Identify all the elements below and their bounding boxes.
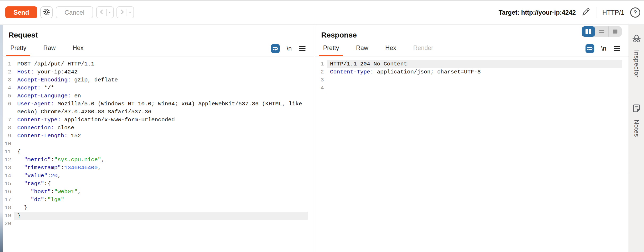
show-newlines-toggle[interactable]: \n — [601, 45, 606, 52]
line-number: 20 — [3, 220, 14, 228]
editor-line[interactable]: Gecko) Chrome/87.0.4280.88 Safari/537.36 — [3, 108, 314, 116]
notes-rail-tab[interactable]: Notes — [629, 104, 644, 137]
rail-divider — [629, 174, 644, 174]
show-newlines-toggle[interactable]: \n — [287, 45, 292, 52]
chevron-down-icon — [129, 12, 131, 13]
send-button[interactable]: Send — [5, 6, 37, 18]
toolbar-right: Target: http://your-ip:4242 HTTP/1 ? — [499, 1, 640, 24]
response-editor[interactable]: 1HTTP/1.1 204 No Content2Content-Type: a… — [315, 56, 629, 252]
line-content: "host":"web01", — [14, 188, 308, 196]
line-number: 12 — [3, 156, 14, 164]
editor-line[interactable]: 19} — [3, 212, 314, 220]
line-number: 2 — [3, 68, 14, 76]
line-number: 18 — [3, 204, 14, 212]
editor-line[interactable]: 1POST /api/put/ HTTP/1.1 — [3, 60, 314, 68]
previous-request-button[interactable] — [96, 6, 114, 18]
response-tab-hex[interactable]: Hex — [381, 44, 400, 56]
layout-columns-button[interactable] — [582, 26, 595, 37]
repeater-window: Send Cancel Target: ht — [0, 0, 644, 252]
line-content: Content-Type: application/json; charset=… — [327, 68, 622, 76]
editor-line[interactable]: 16 "host":"web01", — [3, 188, 314, 196]
request-editor[interactable]: 1POST /api/put/ HTTP/1.12Host: your-ip:4… — [3, 56, 314, 252]
line-content: "tags":{ — [14, 180, 308, 188]
window-edge-strip — [0, 25, 3, 252]
request-editor-tools: \n — [271, 44, 306, 53]
line-number — [3, 108, 14, 116]
pencil-icon — [581, 7, 591, 18]
word-wrap-toggle-icon[interactable] — [586, 44, 594, 53]
help-icon[interactable]: ? — [630, 7, 640, 18]
line-content: Content-Type: application/x-www-form-url… — [14, 116, 308, 124]
http-version-selector[interactable]: HTTP/1 — [601, 9, 625, 16]
divider — [596, 7, 596, 18]
editor-line[interactable]: 3 — [315, 76, 629, 84]
toolbar: Send Cancel Target: ht — [0, 1, 644, 24]
editor-line[interactable]: 15 "tags":{ — [3, 180, 314, 188]
editor-line[interactable]: 20 — [3, 220, 314, 228]
line-number: 14 — [3, 172, 14, 180]
next-request-button[interactable] — [116, 6, 134, 18]
line-number: 8 — [3, 124, 14, 132]
editor-line[interactable]: 4 — [315, 84, 629, 92]
inspector-rail-tab[interactable]: Inspector — [629, 34, 644, 78]
line-number: 3 — [3, 76, 14, 84]
line-content: Host: your-ip:4242 — [14, 68, 308, 76]
line-content: "timestamp":1346846400, — [14, 164, 308, 172]
request-panel: Request Pretty Raw Hex \n — [3, 25, 314, 252]
editor-line[interactable]: 5Accept-Language: en — [3, 92, 314, 100]
send-settings-button[interactable] — [40, 6, 53, 18]
editor-line[interactable]: 7Content-Type: application/x-www-form-ur… — [3, 116, 314, 124]
line-number: 1 — [3, 60, 14, 68]
line-content — [327, 84, 622, 92]
panel-splitter[interactable] — [314, 25, 314, 252]
editor-line[interactable]: 10 — [3, 140, 314, 148]
layout-rows-button[interactable] — [595, 26, 608, 37]
editor-line[interactable]: 12 "metric":"sys.cpu.nice", — [3, 156, 314, 164]
request-tab-raw[interactable]: Raw — [39, 44, 60, 56]
line-number: 13 — [3, 164, 14, 172]
response-tab-raw[interactable]: Raw — [352, 44, 372, 56]
gear-icon — [43, 8, 51, 17]
request-tab-hex[interactable]: Hex — [69, 44, 87, 56]
line-content — [14, 220, 308, 228]
editor-line[interactable]: 17 "dc":"lga" — [3, 196, 314, 204]
line-content: Content-Length: 152 — [14, 132, 308, 140]
line-content: POST /api/put/ HTTP/1.1 — [14, 60, 308, 68]
line-content: Accept-Encoding: gzip, deflate — [14, 76, 308, 84]
line-content: User-Agent: Mozilla/5.0 (Windows NT 10.0… — [14, 100, 308, 108]
line-number: 17 — [3, 196, 14, 204]
request-tab-pretty[interactable]: Pretty — [6, 44, 30, 56]
editor-line[interactable]: 11{ — [3, 148, 314, 156]
editor-line[interactable]: 3Accept-Encoding: gzip, deflate — [3, 76, 314, 84]
editor-line[interactable]: 9Content-Length: 152 — [3, 132, 314, 140]
editor-line[interactable]: 13 "timestamp":1346846400, — [3, 164, 314, 172]
request-title: Request — [9, 31, 38, 39]
notes-label: Notes — [633, 120, 640, 137]
menu-icon[interactable] — [299, 45, 306, 52]
word-wrap-toggle-icon[interactable] — [271, 44, 280, 53]
line-content: Gecko) Chrome/87.0.4280.88 Safari/537.36 — [14, 108, 308, 116]
editor-line[interactable]: 2Content-Type: application/json; charset… — [315, 68, 629, 76]
line-content: Connection: close — [14, 124, 308, 132]
editor-line[interactable]: 14 "value":20, — [3, 172, 314, 180]
layout-single-button[interactable] — [608, 26, 622, 37]
response-title: Response — [321, 31, 357, 39]
edit-target-button[interactable] — [580, 7, 591, 18]
menu-icon[interactable] — [613, 45, 621, 52]
line-content: } — [14, 212, 308, 220]
line-number: 10 — [3, 140, 14, 148]
editor-line[interactable]: 4Accept: */* — [3, 84, 314, 92]
line-content: Accept-Language: en — [14, 92, 308, 100]
note-icon — [632, 104, 641, 114]
cancel-button[interactable]: Cancel — [56, 6, 93, 18]
editor-line[interactable]: 6User-Agent: Mozilla/5.0 (Windows NT 10.… — [3, 100, 314, 108]
line-number: 19 — [3, 212, 14, 220]
editor-line[interactable]: 2Host: your-ip:4242 — [3, 68, 314, 76]
editor-line[interactable]: 8Connection: close — [3, 124, 314, 132]
editor-line[interactable]: 18 } — [3, 204, 314, 212]
editor-line[interactable]: 1HTTP/1.1 204 No Content — [315, 60, 629, 68]
line-content: "dc":"lga" — [14, 196, 308, 204]
target-label: Target: http://your-ip:4242 — [499, 9, 576, 16]
response-editor-tools: \n — [586, 44, 621, 53]
response-tab-pretty[interactable]: Pretty — [319, 44, 343, 56]
